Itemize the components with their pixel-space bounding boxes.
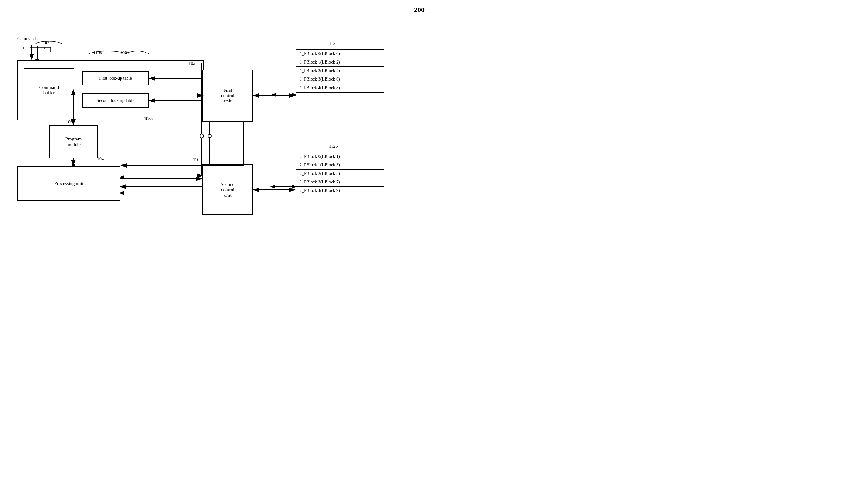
ref-112b: 112b [329,144,338,149]
pblock-b-item-1: 2_PBlock 1(LBlock 3) [297,161,384,170]
pblock-a-item-4: 1_PBlock 4(LBlock 8) [297,84,384,92]
first-control-label: First control unit [221,88,235,104]
ref-110a-right: 110a [187,61,195,66]
first-lookup-label: First look-up table [99,76,132,81]
pblock-a-item-0: 1_PBlock 0(LBlock 0) [297,50,384,58]
svg-point-16 [208,134,211,137]
ref-110a-top: 110a [93,51,102,56]
pblock-a-item-3: 1_PBlock 3(LBlock 6) [297,75,384,84]
command-buffer-box: Command buffer [24,68,74,112]
pblock-b-item-2: 2_PBlock 2(LBlock 5) [297,170,384,178]
second-control-box: Second control unit [203,164,253,215]
command-buffer-label: Command buffer [39,85,59,95]
pblock-b-list: 2_PBlock 0(LBlock 1) 2_PBlock 1(LBlock 3… [296,152,384,195]
ref-112a: 112a [329,41,338,46]
first-lookup-box: First look-up table [82,71,149,85]
ref-110b: 110b [193,157,202,163]
commands-label: Commands [18,37,38,41]
second-control-label: Second control unit [221,182,235,198]
program-module-box: Program module [49,125,98,158]
second-lookup-label: Second look-up table [97,98,134,103]
svg-point-31 [200,134,204,138]
diagram-container: 200 [0,0,434,251]
ref-106: 106 [66,120,72,125]
second-lookup-box: Second look-up table [82,93,149,107]
pblock-a-item-1: 1_PBlock 1(LBlock 2) [297,58,384,67]
program-module-label: Program module [65,136,82,147]
pblock-a-item-2: 1_PBlock 2(LBlock 4) [297,67,384,75]
ref-108a: 108a [120,51,129,56]
pblock-b-item-3: 2_PBlock 3(LBlock 7) [297,178,384,187]
first-control-box: First control unit [203,70,253,122]
ref-108b: 108b [144,116,153,122]
processing-unit-label: Processing unit [54,181,83,186]
processing-unit-box: Processing unit [18,166,120,201]
pblock-b-item-0: 2_PBlock 0(LBlock 1) [297,153,384,161]
figure-number: 200 [414,6,424,14]
pblock-b-item-4: 2_PBlock 4(LBlock 9) [297,187,384,195]
ref-104: 104 [97,156,104,162]
ref-102: 102 [43,41,49,45]
pblock-a-list: 1_PBlock 0(LBlock 0) 1_PBlock 1(LBlock 2… [296,49,384,93]
